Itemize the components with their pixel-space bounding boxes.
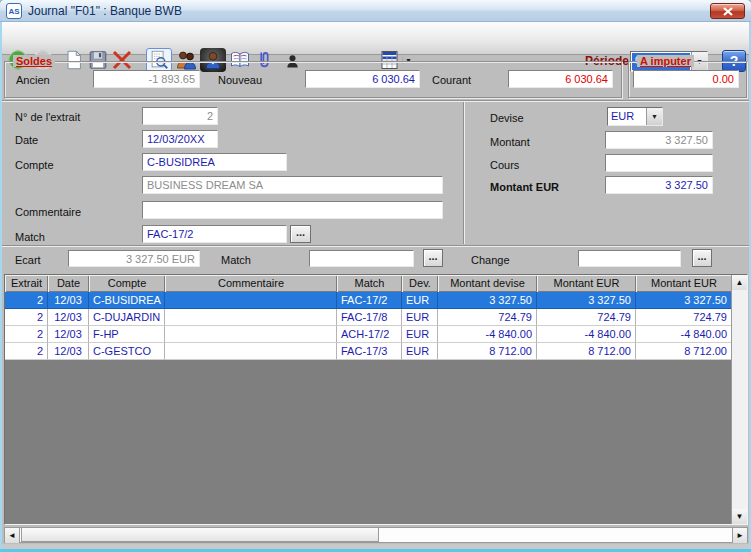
- table-cell: [165, 326, 337, 343]
- table-cell: 724.79: [537, 309, 636, 326]
- ecart-match-label: Match: [221, 254, 251, 266]
- table-cell: 2: [5, 343, 48, 360]
- cours-label: Cours: [490, 159, 519, 171]
- grid-header: ExtraitDateCompteCommentaireMatchDev.Mon…: [5, 275, 731, 292]
- window-border: [0, 22, 2, 552]
- courant-label: Courant: [432, 74, 471, 86]
- transactions-grid: ExtraitDateCompteCommentaireMatchDev.Mon…: [4, 274, 748, 525]
- ecart-field: 3 327.50 EUR: [68, 250, 200, 267]
- change-field[interactable]: [578, 250, 681, 267]
- date-field[interactable]: 12/03/20XX: [142, 130, 218, 148]
- table-cell: 2: [5, 292, 48, 309]
- match-field[interactable]: FAC-17/2: [142, 225, 287, 243]
- devise-combobox[interactable]: EUR ▼: [607, 107, 663, 126]
- scroll-up-button[interactable]: ▲: [732, 275, 747, 290]
- table-cell: 12/03: [48, 309, 89, 326]
- table-cell: FAC-17/3: [337, 343, 402, 360]
- table-cell: FAC-17/2: [337, 292, 402, 309]
- table-cell: C-BUSIDREA: [89, 292, 165, 309]
- compte-name-field: BUSINESS DREAM SA: [142, 176, 443, 194]
- compte-field[interactable]: C-BUSIDREA: [142, 153, 287, 171]
- table-cell: ACH-17/2: [337, 326, 402, 343]
- courant-field: 6 030.64: [508, 70, 613, 88]
- table-cell: EUR: [402, 343, 438, 360]
- ecart-match-browse-button[interactable]: ...: [423, 249, 443, 267]
- table-row[interactable]: 212/03C-DUJARDINFAC-17/8EUR724.79724.797…: [5, 309, 731, 326]
- ecart-match-field[interactable]: [309, 250, 414, 267]
- vertical-scrollbar[interactable]: ▲ ▼: [731, 275, 747, 524]
- table-cell: 724.79: [438, 309, 537, 326]
- montant-field: 3 327.50: [605, 131, 713, 149]
- cours-field[interactable]: [605, 154, 713, 172]
- a-imputer-field: 0.00: [633, 70, 739, 88]
- title-bar: AS Journal "F01" : Banque BWB: [0, 0, 751, 22]
- toolbar: ▼ Période 03/20XX ▼ ?: [0, 22, 751, 55]
- table-cell: EUR: [402, 292, 438, 309]
- arrow-left-icon: ◄: [8, 531, 16, 540]
- table-cell: C-GESTCO: [89, 343, 165, 360]
- extrait-label: N° de l'extrait: [15, 111, 80, 123]
- match-label: Match: [15, 231, 45, 243]
- table-cell: -4 840.00: [537, 326, 636, 343]
- table-cell: EUR: [402, 309, 438, 326]
- change-label: Change: [471, 254, 510, 266]
- horizontal-scrollbar[interactable]: ◄ ►: [4, 527, 748, 543]
- column-header[interactable]: Montant devise: [438, 275, 537, 292]
- table-cell: 12/03: [48, 343, 89, 360]
- table-cell: [165, 309, 337, 326]
- table-cell: [165, 292, 337, 309]
- nouveau-field[interactable]: 6 030.64: [305, 70, 420, 88]
- table-cell: 3 327.50: [438, 292, 537, 309]
- commentaire-field[interactable]: [142, 201, 443, 219]
- column-header[interactable]: Compte: [89, 275, 165, 292]
- ancien-label: Ancien: [16, 74, 50, 86]
- window-title: Journal "F01" : Banque BWB: [28, 0, 182, 22]
- close-button[interactable]: [710, 3, 745, 19]
- commentaire-label: Commentaire: [15, 206, 81, 218]
- app-icon: AS: [6, 3, 22, 19]
- horizontal-scroll-thumb[interactable]: [21, 528, 379, 542]
- match-browse-button[interactable]: ...: [290, 225, 311, 243]
- devise-dropdown-button[interactable]: ▼: [646, 108, 662, 125]
- table-cell: EUR: [402, 326, 438, 343]
- table-cell: -4 840.00: [636, 326, 732, 343]
- arrow-down-icon: ▼: [736, 512, 744, 521]
- close-icon: [723, 7, 733, 16]
- column-header[interactable]: Montant EUR: [537, 275, 636, 292]
- scroll-down-button[interactable]: ▼: [732, 509, 747, 524]
- divider: [2, 245, 749, 247]
- scroll-right-button[interactable]: ►: [732, 528, 747, 543]
- montant-label: Montant: [490, 136, 530, 148]
- compte-label: Compte: [15, 159, 54, 171]
- column-header[interactable]: Montant EUR: [636, 275, 732, 292]
- table-row[interactable]: 212/03F-HPACH-17/2EUR-4 840.00-4 840.00-…: [5, 326, 731, 343]
- change-browse-button[interactable]: ...: [692, 249, 712, 267]
- column-header[interactable]: Dev.: [402, 275, 438, 292]
- app-window: AS Journal "F01" : Banque BWB: [0, 0, 751, 552]
- table-row[interactable]: 212/03C-BUSIDREAFAC-17/2EUR3 327.503 327…: [5, 292, 731, 309]
- table-cell: [165, 343, 337, 360]
- divider: [2, 100, 749, 102]
- montant-eur-field[interactable]: 3 327.50: [605, 176, 713, 194]
- table-cell: 12/03: [48, 326, 89, 343]
- table-cell: -4 840.00: [438, 326, 537, 343]
- table-cell: 3 327.50: [636, 292, 732, 309]
- table-cell: C-DUJARDIN: [89, 309, 165, 326]
- ecart-label: Ecart: [15, 254, 41, 266]
- table-cell: F-HP: [89, 326, 165, 343]
- table-cell: 3 327.50: [537, 292, 636, 309]
- table-cell: 2: [5, 309, 48, 326]
- ancien-field: -1 893.65: [93, 70, 200, 88]
- column-header[interactable]: Date: [48, 275, 89, 292]
- date-label: Date: [15, 134, 38, 146]
- column-header[interactable]: Match: [337, 275, 402, 292]
- column-header[interactable]: Commentaire: [165, 275, 337, 292]
- table-cell: 2: [5, 326, 48, 343]
- extrait-field: 2: [142, 107, 218, 125]
- column-header[interactable]: Extrait: [5, 275, 48, 292]
- table-row[interactable]: 212/03C-GESTCOFAC-17/3EUR8 712.008 712.0…: [5, 343, 731, 360]
- devise-label: Devise: [490, 112, 524, 124]
- arrow-up-icon: ▲: [736, 278, 744, 287]
- scroll-left-button[interactable]: ◄: [5, 528, 20, 543]
- devise-value: EUR: [608, 108, 646, 125]
